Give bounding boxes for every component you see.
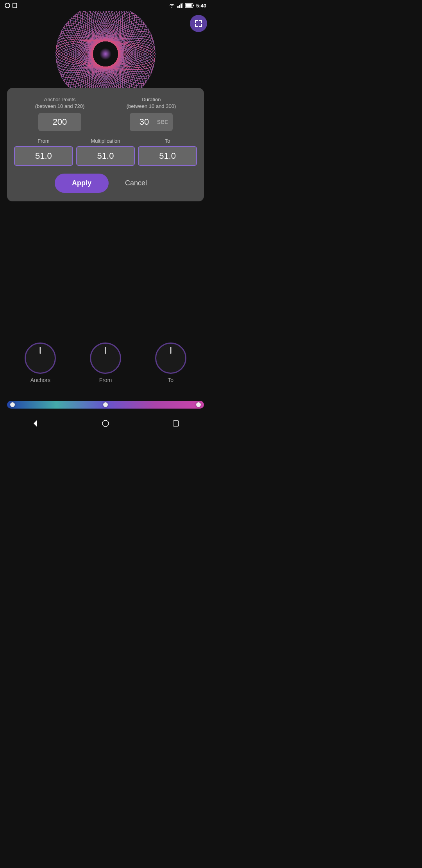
color-slider[interactable] xyxy=(7,401,204,409)
nav-bar xyxy=(0,412,211,434)
cancel-button[interactable]: Cancel xyxy=(116,174,156,193)
anchors-knob[interactable] xyxy=(25,343,56,374)
svg-rect-12 xyxy=(195,24,196,27)
duration-wrapper: sec xyxy=(130,113,173,131)
from-input[interactable] xyxy=(14,146,73,166)
to-field-group: To xyxy=(138,138,197,166)
expand-icon xyxy=(194,19,203,28)
settings-modal: Anchor Points (between 10 and 720) Durat… xyxy=(7,88,204,201)
svg-rect-2 xyxy=(181,4,182,8)
duration-group: Duration (between 10 and 300) sec xyxy=(127,97,176,131)
svg-rect-19 xyxy=(173,421,179,426)
expand-button[interactable] xyxy=(190,15,207,32)
back-button[interactable] xyxy=(27,416,43,431)
status-left-icons xyxy=(5,3,17,8)
anchors-knob-label: Anchors xyxy=(30,377,50,383)
from-knob-container: From xyxy=(90,343,121,383)
svg-rect-3 xyxy=(182,3,183,8)
anchor-points-label: Anchor Points (between 10 and 720) xyxy=(35,97,84,110)
doc-icon xyxy=(13,3,17,8)
svg-rect-14 xyxy=(201,24,202,27)
home-icon xyxy=(102,420,109,427)
status-bar: 5:40 xyxy=(0,0,211,11)
to-label: To xyxy=(165,138,170,144)
svg-rect-5 xyxy=(193,5,194,6)
slider-dot-left xyxy=(10,402,15,407)
wifi-icon xyxy=(168,3,175,8)
from-field-group: From xyxy=(14,138,73,166)
svg-rect-8 xyxy=(195,20,196,23)
svg-rect-0 xyxy=(177,6,179,8)
circle-icon xyxy=(5,3,10,8)
status-time: 5:40 xyxy=(196,3,206,9)
duration-label: Duration (between 10 and 300) xyxy=(127,97,176,110)
anchors-knob-container: Anchors xyxy=(25,343,56,383)
svg-point-18 xyxy=(102,420,109,427)
modal-top-row: Anchor Points (between 10 and 720) Durat… xyxy=(14,97,197,131)
to-knob-container: To xyxy=(155,343,186,383)
home-button[interactable] xyxy=(98,416,113,431)
svg-rect-6 xyxy=(185,4,191,7)
svg-rect-1 xyxy=(179,5,180,8)
from-knob-label: From xyxy=(99,377,112,383)
to-input[interactable] xyxy=(138,146,197,166)
anchor-points-group: Anchor Points (between 10 and 720) xyxy=(35,97,84,131)
signal-icon xyxy=(177,3,183,8)
modal-middle-row: From Multiplication To xyxy=(14,138,197,166)
to-knob[interactable] xyxy=(155,343,186,374)
duration-input[interactable] xyxy=(134,117,154,127)
battery-icon xyxy=(185,3,194,8)
slider-dot-center xyxy=(103,402,108,407)
modal-buttons-row: Apply Cancel xyxy=(14,174,197,193)
slider-dot-right xyxy=(196,402,201,407)
svg-rect-10 xyxy=(201,20,202,23)
from-knob[interactable] xyxy=(90,343,121,374)
spirograph-canvas xyxy=(27,11,184,97)
multiplication-label: Multiplication xyxy=(91,138,120,144)
from-label: From xyxy=(38,138,49,144)
status-right-icons: 5:40 xyxy=(168,3,206,9)
svg-marker-17 xyxy=(34,420,37,427)
duration-unit: sec xyxy=(157,118,168,126)
visualization-area: /* Will be drawn via canvas below */ xyxy=(0,11,211,97)
back-icon xyxy=(31,420,39,427)
to-knob-label: To xyxy=(168,377,173,383)
knob-area: Anchors From To xyxy=(0,343,211,383)
apply-button[interactable]: Apply xyxy=(55,174,109,193)
multiplication-input[interactable] xyxy=(76,146,135,166)
anchor-points-input[interactable] xyxy=(38,113,81,131)
multiplication-field-group: Multiplication xyxy=(76,138,135,166)
recents-icon xyxy=(172,420,179,427)
recents-button[interactable] xyxy=(168,416,184,431)
